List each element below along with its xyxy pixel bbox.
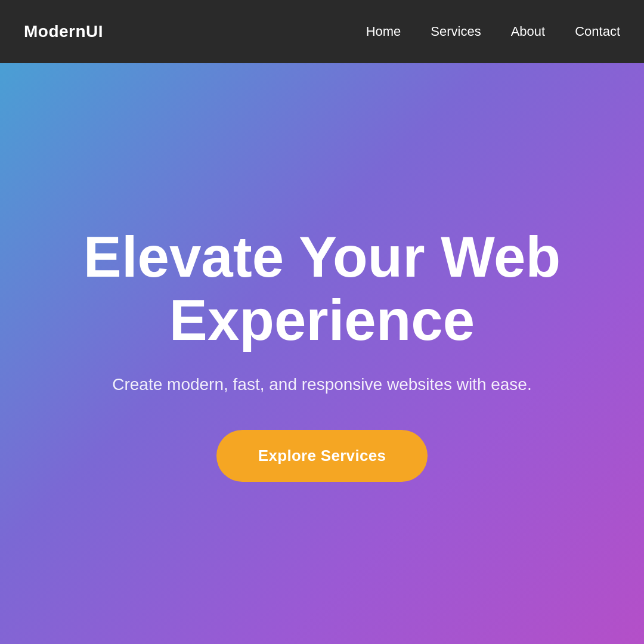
hero-title: Elevate Your Web Experience xyxy=(54,225,590,351)
nav-link-services[interactable]: Services xyxy=(431,24,481,39)
nav-item-home[interactable]: Home xyxy=(366,24,401,39)
hero-subtitle: Create modern, fast, and responsive webs… xyxy=(112,375,531,394)
explore-services-button[interactable]: Explore Services xyxy=(216,430,428,482)
nav-links: Home Services About Contact xyxy=(366,24,620,39)
nav-item-services[interactable]: Services xyxy=(431,24,481,39)
site-logo[interactable]: ModernUI xyxy=(24,22,103,41)
hero-section: Elevate Your Web Experience Create moder… xyxy=(0,63,644,644)
nav-item-contact[interactable]: Contact xyxy=(575,24,620,39)
nav-item-about[interactable]: About xyxy=(511,24,546,39)
navbar: ModernUI Home Services About Contact xyxy=(0,0,644,63)
nav-link-contact[interactable]: Contact xyxy=(575,24,620,39)
nav-link-home[interactable]: Home xyxy=(366,24,401,39)
nav-link-about[interactable]: About xyxy=(511,24,546,39)
